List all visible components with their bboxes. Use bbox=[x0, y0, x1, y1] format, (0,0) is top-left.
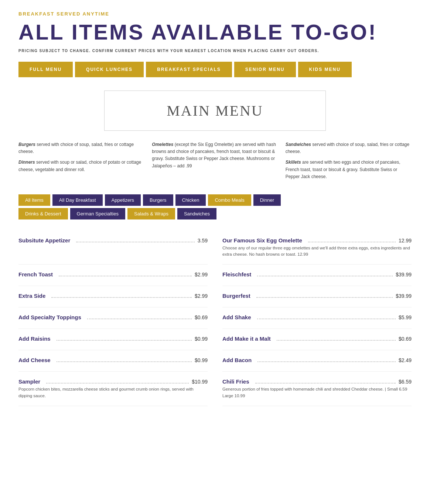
filter-all-items[interactable]: All Items bbox=[18, 194, 50, 206]
nav-tab-breakfast-specials[interactable]: Breakfast Specials bbox=[146, 62, 232, 77]
menu-item-name-left-6: Sampler bbox=[18, 378, 40, 385]
desc-burgers-dinners: Burgers served with choice of soup, sala… bbox=[18, 141, 144, 184]
filter-row-2: Drinks & Dessert German Specialties Sala… bbox=[18, 208, 412, 219]
menu-item-name-right-3: Add Shake bbox=[222, 314, 251, 320]
menu-item-name-right-6: Chili Fries bbox=[222, 378, 249, 385]
menu-item-name-left-2: Extra Side bbox=[18, 293, 45, 299]
filter-all-day-breakfast[interactable]: All Day Breakfast bbox=[52, 194, 103, 206]
nav-tab-full-menu[interactable]: Full Menu bbox=[18, 62, 73, 77]
menu-item-name-right-5: Add Bacon bbox=[222, 357, 252, 363]
subtitle: Breakfast Served Anytime bbox=[18, 11, 412, 17]
nav-tab-quick-lunches[interactable]: Quick Lunches bbox=[75, 62, 144, 77]
menu-item-price-left-3: $0.69 bbox=[195, 314, 208, 320]
menu-item-right-4: Add Make it a Malt$0.69 bbox=[222, 329, 412, 350]
menu-item-dots-left-3 bbox=[87, 319, 192, 319]
menu-item-price-left-0: 3.59 bbox=[198, 238, 208, 244]
menu-item-price-left-1: $2.99 bbox=[195, 272, 208, 277]
menu-item-price-right-3: $5.99 bbox=[399, 314, 412, 320]
menu-item-right-5: Add Bacon$2.49 bbox=[222, 350, 412, 372]
menu-grid: Subsitute Appetizer3.59Our Famous Six Eg… bbox=[18, 231, 412, 406]
filter-dinner[interactable]: Dinner bbox=[253, 194, 281, 206]
menu-item-left-6: Sampler$10.99Popcorn chicken bites, mozz… bbox=[18, 372, 208, 406]
menu-item-dots-right-1 bbox=[257, 276, 393, 276]
menu-item-price-left-6: $10.99 bbox=[192, 379, 208, 385]
menu-item-left-3: Add Specialty Toppings$0.69 bbox=[18, 307, 208, 329]
menu-item-name-left-3: Add Specialty Toppings bbox=[18, 314, 81, 320]
filter-burgers[interactable]: Burgers bbox=[143, 194, 173, 206]
menu-item-name-right-2: Burgerfest bbox=[222, 293, 250, 299]
menu-item-left-1: French Toast$2.99 bbox=[18, 265, 208, 286]
menu-item-dots-left-2 bbox=[51, 297, 192, 298]
menu-item-right-6: Chili Fries$6.59Generous portion of frie… bbox=[222, 372, 412, 406]
nav-tab-senior-menu[interactable]: Senior Menu bbox=[234, 62, 296, 77]
menu-item-price-right-0: 12.99 bbox=[399, 238, 412, 244]
menu-item-dots-right-5 bbox=[257, 361, 396, 362]
menu-item-price-right-1: $39.99 bbox=[396, 272, 412, 277]
menu-item-name-right-1: Fleischfest bbox=[222, 271, 251, 277]
desc-skillets-label: Skillets bbox=[286, 160, 301, 165]
menu-item-right-2: Burgerfest$39.99 bbox=[222, 286, 412, 307]
menu-item-dots-left-0 bbox=[76, 242, 194, 242]
menu-item-desc-right-0: Choose any of our regular three egg omel… bbox=[222, 245, 412, 258]
desc-omelettes: Omelettes (except the Six Egg Omelette) … bbox=[152, 141, 278, 184]
menu-item-dots-right-0 bbox=[308, 242, 396, 242]
filter-salads-wraps[interactable]: Salads & Wraps bbox=[127, 208, 175, 219]
desc-burgers-text: served with choice of soup, salad, fries… bbox=[18, 142, 134, 154]
main-menu-title: MAIN MENU bbox=[116, 102, 314, 119]
menu-item-right-0: Our Famous Six Egg Omelette12.99Choose a… bbox=[222, 231, 412, 265]
menu-item-dots-left-6 bbox=[46, 383, 189, 384]
filter-combo-meals[interactable]: Combo Meals bbox=[208, 194, 251, 206]
desc-sandwiches-skillets: Sandwiches served with choice of soup, s… bbox=[286, 141, 412, 184]
desc-burgers-label: Burgers bbox=[18, 142, 35, 147]
nav-tabs: Full Menu Quick Lunches Breakfast Specia… bbox=[18, 62, 412, 77]
menu-item-price-right-2: $39.99 bbox=[396, 293, 412, 299]
menu-item-right-3: Add Shake$5.99 bbox=[222, 307, 412, 329]
menu-item-name-right-0: Our Famous Six Egg Omelette bbox=[222, 237, 302, 244]
menu-item-dots-right-2 bbox=[256, 297, 393, 298]
menu-item-dots-right-6 bbox=[255, 383, 396, 384]
filter-row-1: All Items All Day Breakfast Appetizers B… bbox=[18, 194, 412, 206]
desc-omelettes-label: Omelettes bbox=[152, 142, 173, 147]
menu-item-dots-left-5 bbox=[57, 361, 192, 362]
desc-skillets-text: are served with two eggs and choice of p… bbox=[286, 160, 400, 179]
desc-sandwiches-label: Sandwiches bbox=[286, 142, 311, 147]
menu-items-section: Subsitute Appetizer3.59Our Famous Six Eg… bbox=[18, 231, 412, 406]
menu-item-left-0: Subsitute Appetizer3.59 bbox=[18, 231, 208, 265]
descriptions-row: Burgers served with choice of soup, sala… bbox=[18, 141, 412, 184]
menu-item-name-left-0: Subsitute Appetizer bbox=[18, 237, 70, 244]
menu-item-left-2: Extra Side$2.99 bbox=[18, 286, 208, 307]
menu-item-name-left-5: Add Cheese bbox=[18, 357, 51, 363]
menu-item-dots-right-4 bbox=[277, 340, 396, 341]
pricing-notice: Pricing subject to change. Confirm curre… bbox=[18, 49, 412, 53]
nav-tab-kids-menu[interactable]: Kids Menu bbox=[298, 62, 352, 77]
filter-appetizers[interactable]: Appetizers bbox=[105, 194, 141, 206]
menu-item-price-left-2: $2.99 bbox=[195, 293, 208, 299]
menu-item-price-right-5: $2.49 bbox=[399, 357, 412, 363]
menu-item-price-left-4: $0.99 bbox=[195, 336, 208, 342]
filter-chicken[interactable]: Chicken bbox=[175, 194, 206, 206]
menu-item-dots-right-3 bbox=[257, 319, 396, 319]
menu-item-name-left-4: Add Raisins bbox=[18, 336, 51, 342]
menu-item-name-left-1: French Toast bbox=[18, 271, 53, 277]
filter-drinks-dessert[interactable]: Drinks & Dessert bbox=[18, 208, 68, 219]
menu-item-price-right-6: $6.59 bbox=[399, 379, 412, 385]
menu-item-name-right-4: Add Make it a Malt bbox=[222, 336, 271, 342]
menu-item-left-4: Add Raisins$0.99 bbox=[18, 329, 208, 350]
menu-item-left-5: Add Cheese$0.99 bbox=[18, 350, 208, 372]
menu-item-price-right-4: $0.69 bbox=[399, 336, 412, 342]
menu-item-dots-left-4 bbox=[57, 340, 192, 341]
desc-dinners-text: served with soup or salad, choice of pot… bbox=[18, 160, 141, 172]
menu-item-price-left-5: $0.99 bbox=[195, 357, 208, 363]
menu-item-dots-left-1 bbox=[59, 276, 192, 276]
menu-item-right-1: Fleischfest$39.99 bbox=[222, 265, 412, 286]
menu-item-desc-left-6: Popcorn chicken bites, mozzarella cheese… bbox=[18, 386, 208, 399]
menu-item-desc-right-6: Generous portion of fries topped with ho… bbox=[222, 386, 412, 399]
main-title: All Items Available To-Go! bbox=[18, 20, 412, 44]
filter-sandwiches[interactable]: Sandwiches bbox=[177, 208, 216, 219]
filter-german-specialties[interactable]: German Specialties bbox=[70, 208, 125, 219]
desc-dinners-label: Dinners bbox=[18, 160, 35, 165]
main-menu-box: MAIN MENU bbox=[104, 91, 326, 131]
page-wrapper: Breakfast Served Anytime All Items Avail… bbox=[0, 0, 430, 417]
